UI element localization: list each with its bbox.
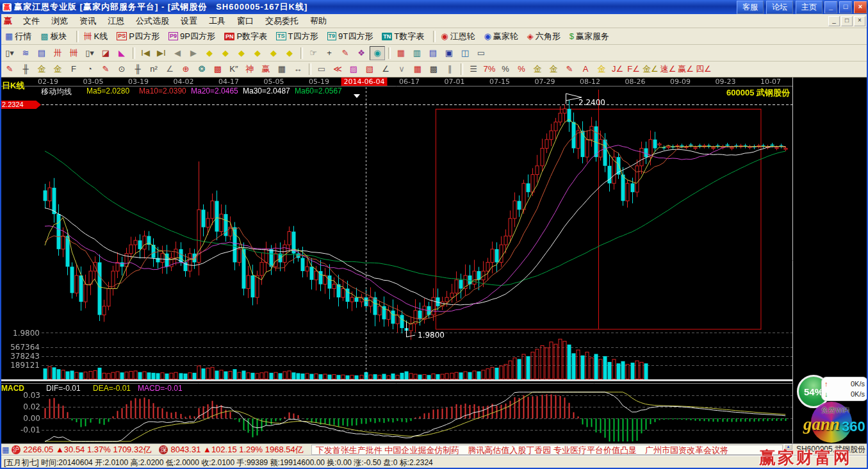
info-note-button[interactable]: ▤ (34, 46, 49, 60)
grid-tool-button[interactable]: ▦ (274, 62, 290, 76)
parallel-lines-button[interactable]: ∥ (442, 62, 457, 76)
compass-button[interactable]: ⊙ (114, 62, 129, 76)
grid-dark-button[interactable]: ▩ (426, 62, 441, 76)
k3-lines-button[interactable]: 卅 (50, 46, 65, 60)
percent-button[interactable]: % (498, 62, 513, 76)
diamond-compress-button[interactable]: ◆ (250, 46, 265, 60)
diamond-expand-button[interactable]: ◆ (234, 46, 249, 60)
winner-wheel-button[interactable]: ◉赢家轮 (482, 29, 521, 44)
quote-grid-icon[interactable]: ▦ (2, 445, 9, 454)
menu-item-2[interactable]: 资讯 (74, 15, 102, 28)
sectors-button[interactable]: ▩板块 (38, 29, 69, 44)
first-page-button[interactable]: Ⅰ◀ (138, 46, 153, 60)
hand-tool-button[interactable]: ☞ (306, 46, 321, 60)
box-select-button[interactable]: ▭ (314, 62, 329, 76)
t-number-button[interactable]: TNT数字表 (379, 29, 427, 44)
fan-box-button[interactable]: ▨ (346, 62, 361, 76)
last-page-button[interactable]: ▶Ⅰ (154, 46, 169, 60)
winner-service-button[interactable]: $赢家服务 (567, 29, 612, 44)
a-lines-button[interactable]: A (578, 62, 593, 76)
service-button[interactable]: 客服 (737, 1, 764, 14)
diamond-right-button[interactable]: ◆ (218, 46, 233, 60)
fan-box-2-button[interactable]: ▧ (362, 62, 377, 76)
k9-lines-button[interactable]: 卌 (66, 46, 81, 60)
gold-comb-2-button[interactable]: 金 (50, 62, 65, 76)
gold-circle-button[interactable]: 金 (530, 62, 545, 76)
v-marks-button[interactable]: ∨ (394, 62, 409, 76)
kline-period-tab[interactable]: 日K线 (2, 80, 24, 92)
child-minimize-button[interactable]: _ (828, 16, 840, 26)
gold-angle-button[interactable]: 金 (594, 62, 609, 76)
menu-item-9[interactable]: 帮助 (304, 15, 332, 28)
next-page-button[interactable]: ▶ (186, 46, 201, 60)
gann360-logo[interactable]: 免费WiFi gann 360 (802, 400, 868, 444)
color-chart-button[interactable]: ◣ (114, 46, 129, 60)
kline-button[interactable]: 卌K线 (81, 29, 111, 44)
web-box-button[interactable]: ▩ (210, 62, 225, 76)
grid-red-button[interactable]: ▦ (410, 62, 425, 76)
candle-style-button[interactable]: ▯▾ (82, 46, 97, 60)
period-selector-button[interactable]: ▯▾ (2, 46, 17, 60)
prev-page-button[interactable]: ◀ (170, 46, 185, 60)
menu-item-3[interactable]: 江恩 (102, 15, 130, 28)
save-button[interactable]: ▣ (441, 46, 457, 60)
menu-item-6[interactable]: 工具 (203, 15, 231, 28)
pattern-window-button[interactable]: ≋ (18, 46, 33, 60)
t-square-button[interactable]: TST四方形 (274, 29, 320, 44)
menu-item-4[interactable]: 公式选股 (130, 15, 175, 28)
pen-angle-button[interactable]: ✎ (98, 62, 113, 76)
macd-pane-label[interactable]: MACD (1, 384, 24, 392)
menu-item-5[interactable]: 设置 (175, 15, 203, 28)
minimize-button[interactable]: _ (824, 1, 837, 13)
crosshair-tool-button[interactable]: + (322, 46, 337, 60)
menu-item-7[interactable]: 窗口 (231, 15, 259, 28)
gold-comb-1-button[interactable]: 金 (34, 62, 49, 76)
four-angle-button[interactable]: 四∠ (695, 62, 712, 76)
gold-angle-2-button[interactable]: 金∠ (642, 62, 659, 76)
p-number-button[interactable]: PNP数字表 (222, 29, 270, 44)
child-close-button[interactable]: × (854, 16, 865, 26)
angle-line-button[interactable]: ∠ (378, 62, 393, 76)
network-speed-widget[interactable]: ↑0K/s ↓0K/s (821, 377, 868, 401)
printer-button[interactable]: ▭ (473, 46, 489, 60)
calendar-button[interactable]: ▦ (393, 46, 409, 60)
diamond-full-button[interactable]: ◆ (282, 46, 297, 60)
diary-button[interactable]: ▤ (425, 46, 441, 60)
shen-tool-button[interactable]: 神 (242, 62, 258, 76)
p9-square-button[interactable]: P99P四方形 (166, 29, 218, 44)
k-marks-button[interactable]: K″ (226, 62, 242, 76)
gold-lines-button[interactable]: 金 (546, 62, 561, 76)
ying-angle-button[interactable]: 赢∠ (677, 62, 694, 76)
angle-tool-button[interactable]: ∠ (162, 62, 177, 76)
child-restore-button[interactable]: □ (841, 16, 853, 26)
forum-button[interactable]: 论坛 (766, 1, 793, 14)
quote-bars-button[interactable]: ☰ (466, 62, 481, 76)
span-arrows-button[interactable]: ↔ (290, 62, 306, 76)
hexagon-button[interactable]: ◈六角形 (525, 29, 563, 44)
gann-web-tool-button[interactable]: ❖ (354, 46, 369, 60)
t9-square-button[interactable]: T99T四方形 (325, 29, 376, 44)
red-chart-button[interactable]: ◪ (98, 46, 113, 60)
brain-tool-button[interactable]: ◉ (370, 46, 385, 60)
menu-item-8[interactable]: 交易委托 (259, 15, 304, 28)
ying-tool-button[interactable]: 赢 (258, 62, 274, 76)
pen-tool-button[interactable]: ✎ (338, 46, 353, 60)
f-comb-button[interactable]: F (66, 62, 81, 76)
comb-2-button[interactable]: ╫ (130, 62, 145, 76)
menu-item-1[interactable]: 浏览 (45, 15, 74, 28)
percent-line-button[interactable]: % (514, 62, 529, 76)
menu-item-0[interactable]: 文件 (17, 15, 45, 28)
speed-angle-button[interactable]: 速∠ (660, 62, 677, 76)
web-circle-button[interactable]: ❂ (194, 62, 209, 76)
restore-button[interactable]: □ (839, 1, 852, 13)
legend-dropdown-icon[interactable] (354, 94, 360, 98)
homepage-button[interactable]: 主页 (796, 1, 823, 14)
diamond-left-button[interactable]: ◆ (202, 46, 217, 60)
spiral-button[interactable]: ◔ (82, 62, 97, 76)
seven-percent-button[interactable]: 7% (482, 62, 497, 76)
j-angle-button[interactable]: J∠ (610, 62, 625, 76)
n-square-button[interactable]: n² (146, 62, 161, 76)
circle-cross-button[interactable]: ⊕ (178, 62, 193, 76)
comb-button[interactable]: ╫ (18, 62, 33, 76)
quotes-button[interactable]: ▦行情 (3, 29, 34, 44)
